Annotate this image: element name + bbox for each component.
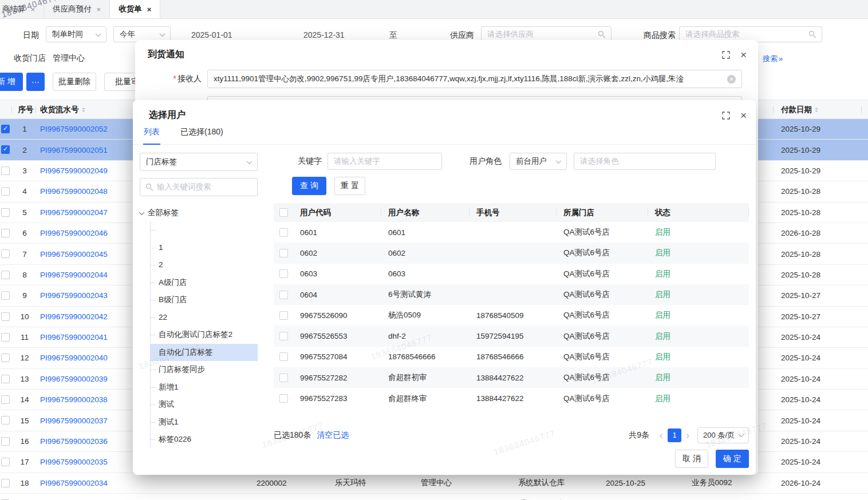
prev-page-icon[interactable]: ‹ (656, 430, 666, 441)
add-button[interactable]: 新 增 (0, 73, 23, 91)
search-icon[interactable] (598, 31, 605, 38)
row-checkbox[interactable] (279, 374, 288, 382)
page-size-select[interactable]: 200 条/页 (697, 427, 749, 443)
row-checkbox[interactable] (1, 229, 10, 237)
role-input[interactable]: 请选择角色 (574, 153, 716, 170)
user-row[interactable]: 0603 0603 QA测试6号店 启用 (274, 264, 749, 284)
page-tab[interactable]: 供应商预付 (44, 0, 110, 18)
row-checkbox[interactable] (279, 352, 288, 361)
receipt-serial-link[interactable]: PI99675990002035 (40, 452, 108, 472)
row-checkbox[interactable] (1, 166, 10, 175)
close-tab-icon[interactable] (147, 6, 152, 13)
receiver-input[interactable]: xty1111,9901管理中心勿改,9902,996751,99店专用户,18… (207, 70, 742, 88)
user-row[interactable]: 0601 0601 QA测试6号店 启用 (274, 222, 749, 243)
user-row[interactable]: 0604 6号测试黄涛 QA测试6号店 启用 (274, 284, 749, 305)
close-tab-icon[interactable] (97, 6, 101, 13)
tag-search-input[interactable]: 输入关键词搜索 (140, 178, 258, 196)
table-row[interactable]: 19 PI99675990002033 2200002 乐天玛特 管理中心 系统… (0, 494, 868, 500)
tree-node[interactable]: 测试 (151, 396, 258, 414)
receipt-serial-link[interactable]: PI99675990002045 (40, 244, 108, 264)
tag-type-select[interactable]: 门店标签 (140, 153, 258, 171)
row-checkbox[interactable] (1, 271, 10, 279)
row-checkbox[interactable] (1, 187, 10, 196)
batch-delete-button[interactable]: 批量删除 (53, 73, 96, 91)
sort-icon[interactable] (82, 108, 85, 112)
receipt-serial-link[interactable]: PI99675990002041 (40, 327, 108, 347)
keyword-input[interactable]: 请输入关键字 (328, 153, 442, 170)
receipt-serial-link[interactable]: PI99675990002038 (40, 390, 108, 410)
receipt-serial-link[interactable]: PI99675990002046 (40, 223, 108, 243)
row-checkbox[interactable] (279, 249, 288, 257)
row-checkbox[interactable] (1, 437, 10, 446)
store-filter-value[interactable]: 管理中心 (53, 53, 85, 64)
tree-node[interactable]: 1 (151, 239, 258, 257)
date-from-value[interactable]: 2025-01-01 (191, 30, 232, 39)
user-row[interactable]: 99675527282 俞超群初审 13884427622 QA测试6号店 启用 (274, 367, 749, 388)
receipt-serial-link[interactable]: PI99675990002044 (40, 265, 108, 285)
cancel-button[interactable]: 取 消 (675, 450, 708, 468)
page-tab[interactable]: 收货单 (110, 0, 160, 18)
row-checkbox[interactable] (1, 395, 10, 404)
sort-icon[interactable] (815, 108, 818, 112)
close-icon[interactable] (740, 110, 747, 121)
row-checkbox[interactable] (279, 311, 288, 320)
fullscreen-icon[interactable] (722, 112, 730, 120)
query-button[interactable]: 查 询 (292, 177, 326, 195)
advanced-search-toggle[interactable]: 搜索 (763, 54, 783, 64)
tree-node[interactable]: 门店标签同步 (151, 361, 258, 379)
row-checkbox[interactable] (279, 332, 288, 340)
tree-node[interactable]: 自动化门店标签 (151, 344, 258, 362)
tree-node[interactable] (151, 221, 258, 239)
receipt-serial-link[interactable]: PI99675990002048 (40, 181, 108, 201)
next-page-icon[interactable]: › (682, 430, 693, 441)
row-checkbox[interactable] (1, 249, 10, 258)
receipt-serial-link[interactable]: PI99675990002040 (40, 348, 108, 368)
receipt-serial-link[interactable]: PI99675990002036 (40, 431, 108, 451)
search-icon[interactable] (809, 31, 816, 38)
tree-node[interactable]: A级门店 (151, 274, 258, 292)
caret-down-icon[interactable] (139, 209, 145, 215)
row-checkbox[interactable] (1, 208, 10, 217)
row-checkbox[interactable] (279, 269, 288, 278)
close-icon[interactable] (740, 49, 747, 60)
close-tab-icon[interactable] (31, 6, 35, 13)
select-all-checkbox[interactable] (279, 208, 288, 217)
receipt-serial-link[interactable]: PI99675990002043 (40, 285, 108, 305)
receipt-serial-link[interactable]: PI99675990002051 (40, 140, 108, 160)
row-checkbox[interactable] (1, 375, 10, 383)
receipt-serial-link[interactable]: PI99675990002033 (40, 494, 108, 500)
receipt-serial-link[interactable]: PI99675990002042 (40, 307, 108, 327)
row-checkbox[interactable] (1, 291, 10, 300)
user-row[interactable]: 99675526553 dhf-2 15972594195 QA测试6号店 启用 (274, 326, 749, 346)
fullscreen-icon[interactable] (722, 51, 730, 59)
table-row[interactable]: 18 PI99675990002034 2200002 乐天玛特 管理中心 系统… (0, 473, 868, 494)
date-to-value[interactable]: 2025-12-31 (303, 30, 345, 39)
row-checkbox[interactable] (1, 145, 10, 154)
confirm-button[interactable]: 确 定 (716, 450, 749, 468)
receipt-serial-link[interactable]: PI99675990002049 (40, 161, 108, 181)
more-actions-button[interactable]: ··· (26, 73, 45, 91)
tree-node[interactable]: 新增1 (151, 379, 258, 396)
user-row[interactable]: 99675527283 俞超群终审 13884427622 QA测试6号店 启用 (274, 388, 749, 408)
row-checkbox[interactable] (1, 333, 10, 342)
receipt-serial-link[interactable]: PI99675990002052 (40, 119, 108, 139)
clear-selection-link[interactable]: 清空已选 (317, 430, 349, 441)
current-page[interactable]: 1 (668, 428, 681, 442)
tree-node[interactable]: 22 (151, 309, 258, 327)
row-checkbox[interactable] (1, 416, 10, 424)
tab-selected[interactable]: 已选择(180) (180, 127, 224, 144)
receipt-serial-link[interactable]: PI99675990002039 (40, 369, 108, 389)
receipt-serial-link[interactable]: PI99675990002037 (40, 410, 108, 430)
tree-node[interactable]: 标签0226 (151, 431, 258, 449)
row-checkbox[interactable] (279, 291, 288, 299)
role-type-select[interactable]: 前台用户 (510, 153, 567, 170)
tree-node[interactable]: 自动化测试门店标签2 (151, 326, 258, 344)
tree-node[interactable]: 测试1 (151, 414, 258, 431)
tree-root-node[interactable]: 全部标签 (140, 204, 258, 221)
tree-node[interactable]: B级门店 (151, 291, 258, 309)
reset-button[interactable]: 重 置 (334, 177, 365, 195)
user-row[interactable]: 99675527084 18768546666 18768546666 QA测试… (274, 347, 749, 367)
row-checkbox[interactable] (279, 228, 288, 237)
row-checkbox[interactable] (279, 394, 288, 403)
row-checkbox[interactable] (1, 458, 10, 466)
